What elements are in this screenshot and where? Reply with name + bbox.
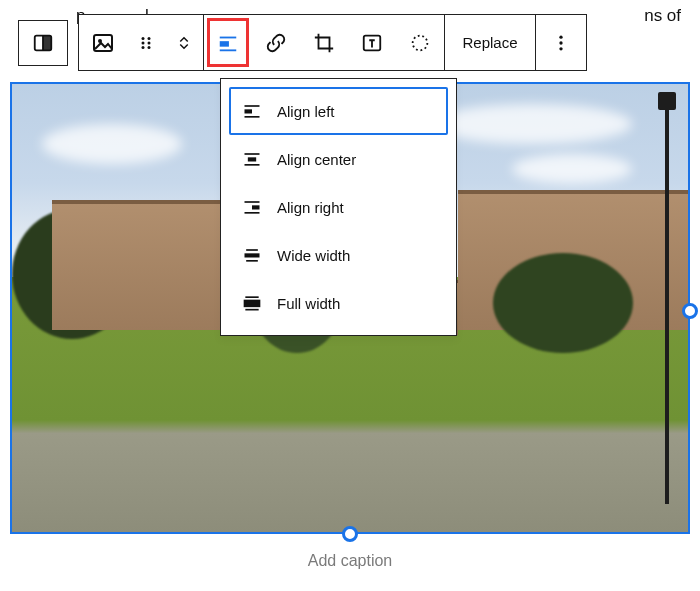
wide-width-icon [241,245,263,265]
chevrons-vertical-icon [175,32,193,54]
align-right-icon [241,197,263,217]
svg-point-6 [148,37,151,40]
resize-handle-bottom[interactable] [342,526,358,542]
drag-icon [137,34,155,52]
text-over-image-icon [361,32,383,54]
move-up-down-button[interactable] [165,15,203,70]
align-option-left[interactable]: Align left [229,87,448,135]
crop-button[interactable] [300,15,348,70]
alignment-dropdown: Align left Align center Align right Wide… [220,78,457,336]
columns-block-button[interactable] [18,20,68,66]
svg-rect-25 [252,205,260,209]
svg-rect-22 [248,157,256,161]
replace-label: Replace [462,34,517,51]
caption-placeholder: Add caption [308,552,393,569]
svg-rect-2 [43,36,51,51]
replace-button[interactable]: Replace [445,15,535,70]
duotone-filter-button[interactable] [396,15,444,70]
insert-link-button[interactable] [252,15,300,70]
align-option-label: Align right [277,199,344,216]
align-option-right[interactable]: Align right [229,183,448,231]
align-option-label: Align left [277,103,335,120]
align-option-label: Wide width [277,247,350,264]
svg-point-8 [148,41,151,44]
align-option-full[interactable]: Full width [229,279,448,327]
align-center-icon [241,149,263,169]
svg-point-5 [142,37,145,40]
change-alignment-button[interactable] [204,15,252,70]
align-left-icon [241,101,263,121]
svg-point-15 [413,35,428,50]
svg-point-7 [142,41,145,44]
crop-icon [313,32,335,54]
image-caption-input[interactable]: Add caption [0,544,700,570]
svg-rect-31 [244,300,261,308]
svg-point-10 [148,46,151,49]
dotted-circle-icon [409,32,431,54]
svg-point-16 [559,35,562,38]
image-block-toolbar: Replace [78,14,587,71]
align-option-center[interactable]: Align center [229,135,448,183]
block-type-image-button[interactable] [79,15,127,70]
svg-point-18 [559,47,562,50]
kebab-icon [551,33,571,53]
align-option-wide[interactable]: Wide width [229,231,448,279]
svg-rect-11 [220,41,229,47]
columns-icon [32,32,54,54]
full-width-icon [241,293,263,313]
resize-handle-right[interactable] [682,303,698,319]
svg-point-17 [559,41,562,44]
svg-rect-28 [245,253,260,257]
align-left-icon [217,32,239,54]
image-icon [91,31,115,55]
link-icon [265,32,287,54]
align-option-label: Full width [277,295,340,312]
drag-handle[interactable] [127,15,165,70]
more-options-button[interactable] [536,15,586,70]
text-overlay-button[interactable] [348,15,396,70]
svg-rect-19 [245,109,253,113]
align-option-label: Align center [277,151,356,168]
svg-point-9 [142,46,145,49]
